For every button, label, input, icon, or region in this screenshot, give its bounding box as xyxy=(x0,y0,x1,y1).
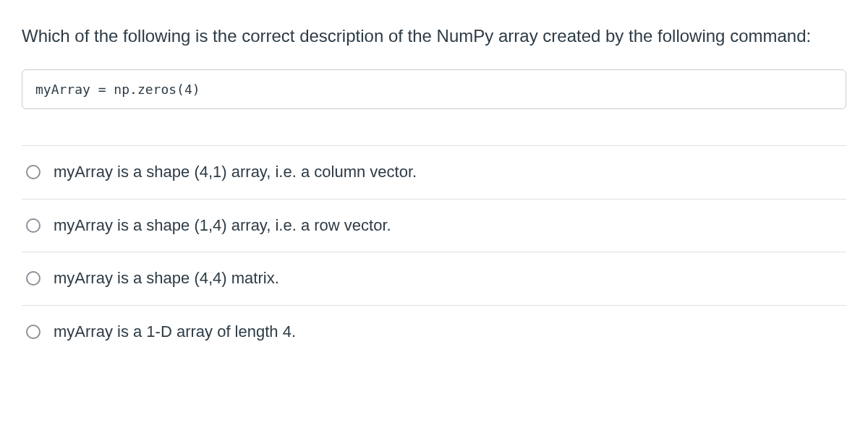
radio-icon[interactable] xyxy=(26,271,41,286)
option-label: myArray is a shape (1,4) array, i.e. a r… xyxy=(54,215,391,236)
code-block: myArray = np.zeros(4) xyxy=(22,69,846,109)
option-label: myArray is a 1-D array of length 4. xyxy=(54,322,296,343)
option-row[interactable]: myArray is a 1-D array of length 4. xyxy=(22,306,846,359)
radio-icon[interactable] xyxy=(26,218,41,233)
radio-icon[interactable] xyxy=(26,165,41,179)
options-list: myArray is a shape (4,1) array, i.e. a c… xyxy=(22,145,846,358)
option-row[interactable]: myArray is a shape (4,4) matrix. xyxy=(22,252,846,306)
option-row[interactable]: myArray is a shape (4,1) array, i.e. a c… xyxy=(22,146,846,200)
option-row[interactable]: myArray is a shape (1,4) array, i.e. a r… xyxy=(22,200,846,253)
option-label: myArray is a shape (4,4) matrix. xyxy=(54,268,279,289)
radio-icon[interactable] xyxy=(26,325,41,339)
question-text: Which of the following is the correct de… xyxy=(22,23,846,49)
option-label: myArray is a shape (4,1) array, i.e. a c… xyxy=(54,162,417,183)
